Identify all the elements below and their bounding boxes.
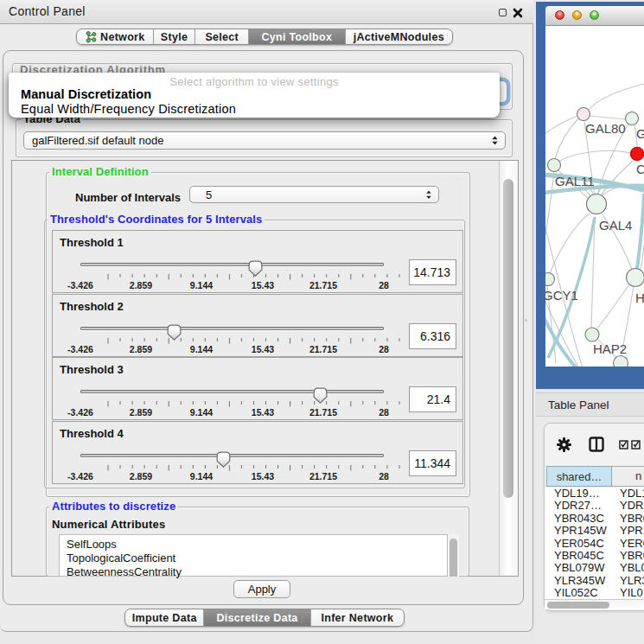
svg-text:C: C xyxy=(636,162,644,176)
svg-text:HAP2: HAP2 xyxy=(593,341,627,356)
svg-text:GAL11: GAL11 xyxy=(555,174,595,188)
svg-text:GAL80: GAL80 xyxy=(585,121,626,136)
svg-text:GAL4: GAL4 xyxy=(599,218,632,233)
svg-text:GA: GA xyxy=(636,126,644,141)
svg-text:GCY1: GCY1 xyxy=(545,288,578,303)
svg-text:H: H xyxy=(635,290,644,305)
